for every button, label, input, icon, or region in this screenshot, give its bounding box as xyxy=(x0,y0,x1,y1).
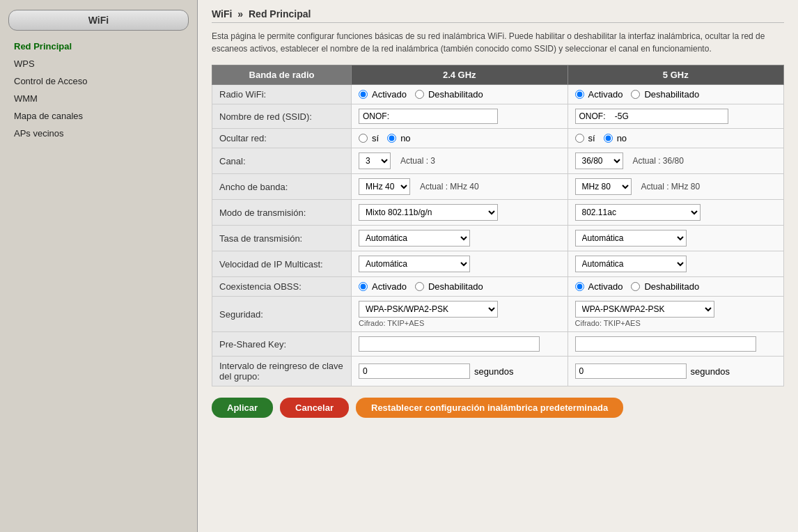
sidebar-item-aps-vecinos[interactable]: APs vecinos xyxy=(0,125,197,142)
coex-24-deshabilitado[interactable]: Deshabilitado xyxy=(415,281,483,292)
canal-5-select[interactable]: 36/8040/8044/80 48/80149/80153/80 157/80… xyxy=(575,152,623,169)
label-velocidad-ip: Velocidad de IP Multicast: xyxy=(212,251,352,277)
radio-5-deshabilitado-input[interactable] xyxy=(631,90,640,99)
hide-24-si[interactable]: sí xyxy=(359,133,379,143)
table-row-ancho-banda: Ancho de banda: MHz 20MHz 40 Actual : MH… xyxy=(212,174,784,200)
coex-5-activado-input[interactable] xyxy=(575,282,584,291)
table-row-seguridad: Seguridad: WPA-PSK/WPA2-PSK WPA2-PSKWPA-… xyxy=(212,297,784,332)
band24-tasa: Automática 1 Mbps2 Mbps5.5 Mbps11 Mbps xyxy=(352,226,568,251)
band24-radio-wifi: Activado Deshabilitado xyxy=(352,85,568,104)
coex-24-activado-input[interactable] xyxy=(359,282,368,291)
band24-modo: Mixto 802.11b/g/n 802.11b802.11g802.11n xyxy=(352,200,568,226)
preshared-5-input[interactable] xyxy=(575,336,756,352)
radio-24-activado-input[interactable] xyxy=(359,90,368,99)
seguridad-5-select[interactable]: WPA-PSK/WPA2-PSK WPA2-PSKWPA-PSKNone xyxy=(575,301,714,318)
cipher-24-text: Cifrado: TKIP+AES xyxy=(359,319,561,327)
label-radio-wifi: Radio WiFi: xyxy=(212,85,352,104)
band5-radio-wifi: Activado Deshabilitado xyxy=(568,85,784,104)
hide-24-no-input[interactable] xyxy=(387,134,396,143)
band5-ssid xyxy=(568,104,784,129)
coex-5-activado[interactable]: Activado xyxy=(575,281,623,292)
ssid-5-input[interactable] xyxy=(575,109,728,124)
tasa-5-select[interactable]: Automática 6 Mbps9 Mbps12 Mbps xyxy=(575,230,687,247)
coex-5-deshabilitado[interactable]: Deshabilitado xyxy=(631,281,699,292)
band24-hide-network: sí no xyxy=(352,129,568,148)
velocidad-5-select[interactable]: Automática xyxy=(575,256,687,272)
scroll-area: WiFi » Red Principal Esta página le perm… xyxy=(198,0,798,532)
intervalo-24-suffix: segundos xyxy=(474,366,513,377)
coex-5-deshabilitado-input[interactable] xyxy=(631,282,640,291)
radio-5-deshabilitado-label: Deshabilitado xyxy=(644,89,699,100)
cipher-5-text: Cifrado: TKIP+AES xyxy=(575,319,777,327)
modo-24-select[interactable]: Mixto 802.11b/g/n 802.11b802.11g802.11n xyxy=(359,204,498,221)
modo-5-select[interactable]: 802.11ac 802.11a802.11n xyxy=(575,204,701,221)
main-content: WiFi » Red Principal Esta página le perm… xyxy=(198,0,798,532)
hide-5-si[interactable]: sí xyxy=(575,133,595,143)
hide-5-no-input[interactable] xyxy=(604,134,613,143)
intervalo-24-input[interactable] xyxy=(359,363,470,379)
sidebar-item-wps[interactable]: WPS xyxy=(0,55,197,72)
ancho-5-actual: Actual : MHz 80 xyxy=(641,182,701,191)
sidebar-wifi-button[interactable]: WiFi xyxy=(8,10,189,31)
buttons-row: Aplicar Cancelar Restablecer configuraci… xyxy=(212,386,784,421)
hide-5-si-label: sí xyxy=(588,133,595,143)
breadcrumb-wifi: WiFi xyxy=(212,8,232,19)
label-seguridad: Seguridad: xyxy=(212,297,352,332)
table-row-hide-network: Ocultar red: sí no xyxy=(212,129,784,148)
seguridad-24-select[interactable]: WPA-PSK/WPA2-PSK WPA2-PSKWPA-PSKNone xyxy=(359,301,498,318)
band5-hide-network: sí no xyxy=(568,129,784,148)
table-row-ssid: Nombre de red (SSID): xyxy=(212,104,784,129)
radio-24-activado[interactable]: Activado xyxy=(359,89,407,100)
canal-24-select[interactable]: 1234 5678 91011 xyxy=(359,152,391,169)
hide-24-si-label: sí xyxy=(372,133,379,143)
table-row-tasa-transmision: Tasa de transmisión: Automática 1 Mbps2 … xyxy=(212,226,784,251)
radio-5-deshabilitado[interactable]: Deshabilitado xyxy=(631,89,699,100)
cancel-button[interactable]: Cancelar xyxy=(280,398,349,418)
band5-tasa: Automática 6 Mbps9 Mbps12 Mbps xyxy=(568,226,784,251)
preshared-24-input[interactable] xyxy=(359,336,540,352)
ancho-24-select[interactable]: MHz 20MHz 40 xyxy=(359,178,410,195)
table-row-modo-transmision: Modo de transmisión: Mixto 802.11b/g/n 8… xyxy=(212,200,784,226)
table-row-preshared-key: Pre-Shared Key: xyxy=(212,332,784,357)
ssid-24-input[interactable] xyxy=(359,109,498,124)
restore-button[interactable]: Restablecer configuración inalámbrica pr… xyxy=(356,398,623,418)
hide-24-si-input[interactable] xyxy=(359,134,368,143)
table-row-velocidad-ip: Velocidad de IP Multicast: Automática Au… xyxy=(212,251,784,277)
label-ancho-banda: Ancho de banda: xyxy=(212,174,352,200)
band5-modo: 802.11ac 802.11a802.11n xyxy=(568,200,784,226)
intervalo-5-input[interactable] xyxy=(575,363,687,379)
coex-5-activado-label: Activado xyxy=(588,281,623,292)
canal-5-actual: Actual : 36/80 xyxy=(633,156,684,166)
hide-5-no[interactable]: no xyxy=(604,133,627,143)
label-canal: Canal: xyxy=(212,148,352,174)
radio-24-activado-label: Activado xyxy=(372,89,407,100)
coex-24-activado[interactable]: Activado xyxy=(359,281,407,292)
velocidad-24-select[interactable]: Automática xyxy=(359,256,470,272)
band5-preshared xyxy=(568,332,784,357)
label-ssid: Nombre de red (SSID): xyxy=(212,104,352,129)
radio-24-deshabilitado-input[interactable] xyxy=(415,90,424,99)
hide-5-si-input[interactable] xyxy=(575,134,584,143)
radio-24-deshabilitado[interactable]: Deshabilitado xyxy=(415,89,483,100)
sidebar-item-red-principal[interactable]: Red Principal xyxy=(0,38,197,55)
tasa-24-select[interactable]: Automática 1 Mbps2 Mbps5.5 Mbps11 Mbps xyxy=(359,230,470,247)
sidebar-item-mapa-canales[interactable]: Mapa de canales xyxy=(0,107,197,125)
hide-24-no[interactable]: no xyxy=(387,133,410,143)
sidebar: WiFi Red Principal WPS Control de Acceso… xyxy=(0,0,198,532)
sidebar-item-wmm[interactable]: WMM xyxy=(0,90,197,107)
intervalo-5-suffix: segundos xyxy=(691,366,730,377)
label-tasa-transmision: Tasa de transmisión: xyxy=(212,226,352,251)
band24-velocidad: Automática xyxy=(352,251,568,277)
band5-ancho: MHz 20MHz 40MHz 80MHz 160 Actual : MHz 8… xyxy=(568,174,784,200)
radio-5-activado-label: Activado xyxy=(588,89,623,100)
ancho-5-select[interactable]: MHz 20MHz 40MHz 80MHz 160 xyxy=(575,178,632,195)
band24-canal: 1234 5678 91011 Actual : 3 xyxy=(352,148,568,174)
table-row-coexistencia: Coexistencia OBSS: Activado Deshabilitad… xyxy=(212,277,784,297)
coex-24-deshabilitado-label: Deshabilitado xyxy=(428,281,483,292)
radio-5-activado[interactable]: Activado xyxy=(575,89,623,100)
radio-24-deshabilitado-label: Deshabilitado xyxy=(428,89,483,100)
radio-5-activado-input[interactable] xyxy=(575,90,584,99)
sidebar-item-control-acceso[interactable]: Control de Acceso xyxy=(0,72,197,90)
apply-button[interactable]: Aplicar xyxy=(212,398,273,418)
coex-24-deshabilitado-input[interactable] xyxy=(415,282,424,291)
